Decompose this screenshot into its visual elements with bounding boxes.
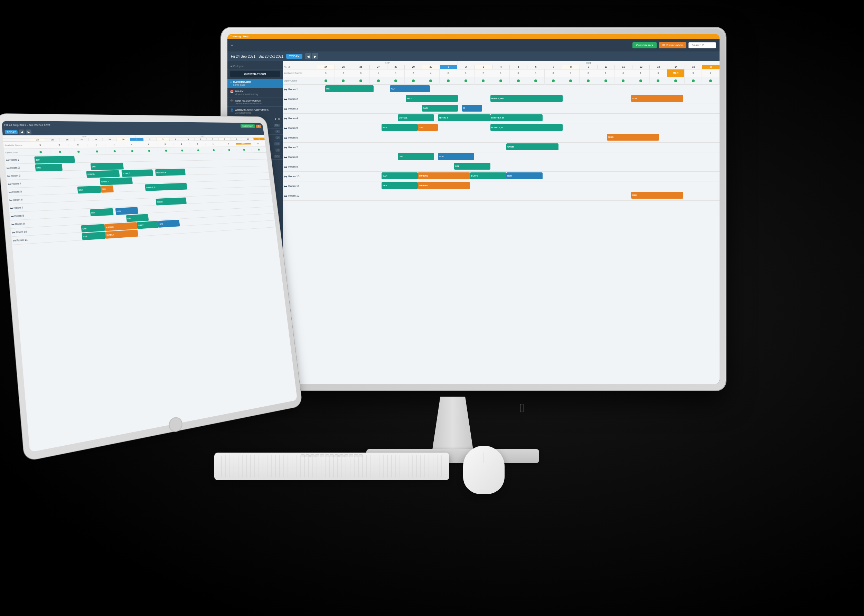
avail-cell-4: 1 xyxy=(387,69,405,77)
booking-dar[interactable]: DAR xyxy=(418,124,438,131)
customise-button[interactable]: Customise ▾ xyxy=(633,42,657,49)
booking-oni[interactable]: O NI xyxy=(454,163,490,170)
sidebar-item-arrivals[interactable]: 👤 ARRIVALS/DEPARTURES 23 outstanding xyxy=(227,107,283,116)
booking-surbiue-10[interactable]: SURBIUE xyxy=(418,173,470,179)
open-dot-15 xyxy=(579,77,597,85)
keyboard xyxy=(214,453,449,480)
diary-icon: 📅 xyxy=(230,90,234,93)
booking-mer[interactable]: MER xyxy=(631,192,683,199)
booking-surbiue-11[interactable]: SURBIUE xyxy=(418,182,470,189)
tablet-today-btn[interactable]: TODAY xyxy=(5,130,18,134)
t-d30: 30 xyxy=(116,138,130,141)
booking-jaci[interactable]: JACI xyxy=(406,95,458,102)
booking-gno55[interactable]: GNO55 xyxy=(506,143,559,150)
open-dot-4 xyxy=(387,77,405,85)
room-11-label: 🛏 Room 11 xyxy=(283,184,317,188)
booking-con[interactable]: CON xyxy=(631,95,683,102)
t-booking-parfrey-3[interactable]: PARFREY, M xyxy=(155,168,186,176)
today-button[interactable]: TODAY xyxy=(286,54,302,59)
room-rows: Available Rooms 3 2 8 1 1 3 xyxy=(283,69,719,384)
nav-right-button[interactable]: ▶ xyxy=(312,53,318,60)
nav-left-button[interactable]: ◀ xyxy=(305,53,312,60)
booking-mca[interactable]: MCA xyxy=(382,124,418,131)
t-booking-duf-8[interactable]: DUF xyxy=(90,208,113,216)
booking-flynn[interactable]: FLYNN, T xyxy=(438,114,490,121)
tablet-customise-btn[interactable]: Customise ▾ xyxy=(240,124,255,128)
open-dot-10 xyxy=(492,77,510,85)
avail-cell-3: 1 xyxy=(370,69,387,77)
add-res-title: ADD RESERVATION xyxy=(235,99,261,102)
day-30: 30 xyxy=(422,65,440,69)
top-bar-right: Customise ▾ 🗓 Reservation xyxy=(633,42,716,49)
t-d24: 24 xyxy=(30,138,45,141)
room-5-cells: MCA DAR HUMBLE, G xyxy=(317,123,719,133)
tablet-oc-cells xyxy=(31,149,266,153)
t-booking-flynn-4[interactable]: FLYNN, T xyxy=(99,177,132,185)
t-booking-dorcel-3[interactable]: DORCEL xyxy=(86,170,120,178)
t-booking-flynn-3[interactable]: FLYNN, T xyxy=(121,169,153,177)
scene: Training / Help ● Customise ▾ 🗓 Reservat… xyxy=(0,0,864,616)
t-booking-duffy-10t[interactable]: DUFFY xyxy=(137,221,159,229)
room-row-12: 🛏 Room 12 MER xyxy=(283,191,719,201)
booking-gar[interactable]: GAR xyxy=(382,173,418,179)
tablet-nav-bar: TODAY ◀ ▶ xyxy=(2,129,264,135)
month-labels-row: SEP OCT xyxy=(283,61,719,65)
sidebar-item-dashboard[interactable]: ⌂ DASHBOARD home page xyxy=(227,79,283,88)
top-logo: ● xyxy=(231,43,233,47)
mouse xyxy=(463,446,505,494)
day-12: 12 xyxy=(633,65,650,69)
t-booking-byr-10t[interactable]: BYR xyxy=(158,219,180,227)
booking-kar-1[interactable]: KAR xyxy=(390,85,430,92)
booking-dorcel[interactable]: DORCEL xyxy=(398,114,434,121)
t-booking-gar-10[interactable]: GAR xyxy=(81,224,105,232)
booking-duf[interactable]: DUF xyxy=(398,153,434,160)
open-close-row: Open/Close xyxy=(283,77,719,85)
t-booking-sav[interactable]: SAV xyxy=(34,156,75,163)
booking-humble[interactable]: HUMBLE, G xyxy=(490,124,563,131)
day-7: 7 xyxy=(545,65,563,69)
sidebar-item-add-reservation[interactable]: ➕ ADD RESERVATION create a new reservati… xyxy=(227,97,283,107)
search-input[interactable] xyxy=(688,42,716,49)
booking-m-3[interactable]: M xyxy=(462,105,482,112)
reservation-button[interactable]: 🗓 Reservation xyxy=(659,42,686,49)
booking-dari[interactable]: DARI xyxy=(422,105,458,112)
avail-cell-9: 2 xyxy=(475,69,492,77)
t-booking-surbiue-11t[interactable]: SURBIUE xyxy=(105,229,138,238)
t-booking-oni-9[interactable]: O NI xyxy=(126,214,149,222)
booking-moran[interactable]: MORAN, MAI xyxy=(490,95,563,102)
sidebar-item-diary[interactable]: 📅 DIARY view reservation diary xyxy=(227,88,283,97)
booking-duffy[interactable]: DUFFY xyxy=(470,173,506,179)
booking-mai-1[interactable]: MAI xyxy=(325,85,374,92)
booking-don[interactable]: DON xyxy=(438,153,474,160)
t-booking-kar-2[interactable]: KAR xyxy=(35,164,63,171)
booking-parfrey[interactable]: PARFREY, M xyxy=(490,114,543,121)
sidebar-collapse[interactable]: ◀ Collapse xyxy=(227,63,283,69)
open-dot-12 xyxy=(527,77,545,85)
tablet-room-rows: Available Rooms 3 2 8 1 1 3 4 0 1 xyxy=(3,140,297,452)
tax-rates-shortcut: TR xyxy=(274,142,280,145)
tablet-avail-label: Available Rooms xyxy=(3,144,31,146)
day-16: 16 xyxy=(702,65,719,69)
tablet-nav-right[interactable]: ▶ xyxy=(26,130,32,134)
t-booking-dar-5[interactable]: DAR xyxy=(101,185,114,192)
day-numbers-row: Su Mo 24 25 26 27 28 29 30 1 xyxy=(283,65,719,69)
t-d9: 9 xyxy=(231,138,242,140)
open-dot-6 xyxy=(422,77,440,85)
t-booking-don-8[interactable]: DON xyxy=(115,207,138,215)
t-d26: 26 xyxy=(60,138,75,141)
t-booking-jaci-2[interactable]: JACI xyxy=(91,162,124,170)
tablet-nav-left[interactable]: ◀ xyxy=(19,130,25,134)
day-5: 5 xyxy=(510,65,527,69)
day-2: 2 xyxy=(457,65,475,69)
diary-sub: view reservation diary xyxy=(235,93,258,95)
upgrades-shortcut: U xyxy=(275,149,280,152)
t-booking-mca-5[interactable]: MCA xyxy=(77,185,101,193)
room-row-7: 🛏 Room 7 GNO55 xyxy=(283,143,719,152)
open-dot-13 xyxy=(545,77,562,85)
tablet-reservation-btn[interactable]: 🗓 xyxy=(256,124,261,128)
booking-byr[interactable]: BYR xyxy=(506,173,543,179)
booking-peer[interactable]: PEER xyxy=(607,134,659,141)
open-dot-16 xyxy=(597,77,615,85)
t-booking-sar-11[interactable]: SAR xyxy=(82,231,106,240)
booking-sar[interactable]: SAR xyxy=(382,182,418,189)
